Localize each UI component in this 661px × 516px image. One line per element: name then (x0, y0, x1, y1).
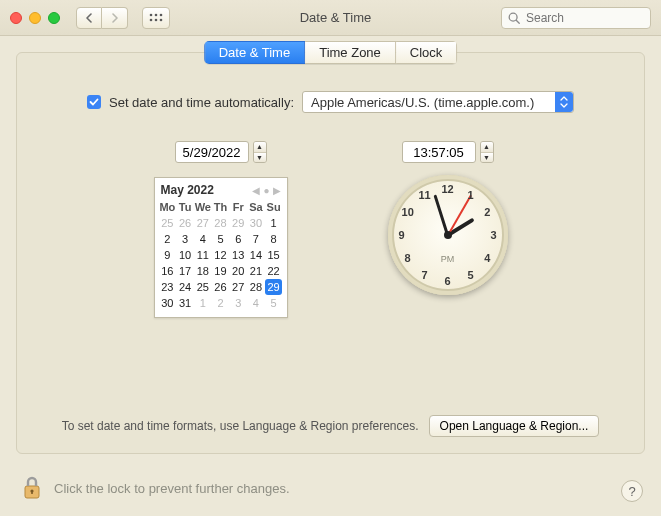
calendar-day[interactable]: 19 (212, 263, 230, 279)
clock-numeral: 2 (484, 206, 490, 218)
calendar-day[interactable]: 27 (229, 279, 247, 295)
calendar-day[interactable]: 30 (159, 295, 177, 311)
calendar-day[interactable]: 28 (212, 215, 230, 231)
time-server-value: Apple Americas/U.S. (time.apple.com.) (311, 95, 534, 110)
calendar: May 2022 ◀ ● ▶ MoTuWeThFrSaSu25262728293… (154, 177, 288, 318)
calendar-prev-month[interactable]: ◀ (252, 185, 260, 196)
calendar-day[interactable]: 28 (247, 279, 265, 295)
help-button[interactable]: ? (621, 480, 643, 502)
calendar-today[interactable]: ● (263, 185, 269, 196)
tab-time-zone[interactable]: Time Zone (305, 41, 396, 64)
calendar-dow: We (194, 199, 212, 215)
minimize-window-button[interactable] (29, 12, 41, 24)
clock-numeral: 6 (444, 275, 450, 287)
calendar-next-month[interactable]: ▶ (273, 185, 281, 196)
back-button[interactable] (76, 7, 102, 29)
calendar-day[interactable]: 20 (229, 263, 247, 279)
calendar-day[interactable]: 4 (194, 231, 212, 247)
clock-numeral: 9 (398, 229, 404, 241)
window-title: Date & Time (178, 10, 493, 25)
show-all-prefs-button[interactable] (142, 7, 170, 29)
clock-pin (444, 231, 452, 239)
calendar-day[interactable]: 26 (176, 215, 194, 231)
calendar-day[interactable]: 23 (159, 279, 177, 295)
calendar-day[interactable]: 5 (265, 295, 283, 311)
calendar-day[interactable]: 9 (159, 247, 177, 263)
time-stepper: ▲ ▼ (402, 141, 494, 163)
calendar-day[interactable]: 22 (265, 263, 283, 279)
calendar-day[interactable]: 6 (229, 231, 247, 247)
svg-line-7 (516, 20, 519, 23)
calendar-day[interactable]: 29 (229, 215, 247, 231)
calendar-day[interactable]: 2 (159, 231, 177, 247)
calendar-day[interactable]: 8 (265, 231, 283, 247)
auto-set-checkbox[interactable] (87, 95, 101, 109)
time-step-down[interactable]: ▼ (481, 153, 493, 163)
clock-numeral: 3 (490, 229, 496, 241)
calendar-day[interactable]: 13 (229, 247, 247, 263)
svg-point-5 (160, 18, 163, 21)
check-icon (89, 97, 99, 107)
calendar-day[interactable]: 29 (265, 279, 283, 295)
tab-clock[interactable]: Clock (396, 41, 458, 64)
calendar-day[interactable]: 12 (212, 247, 230, 263)
svg-point-2 (160, 13, 163, 16)
calendar-day[interactable]: 30 (247, 215, 265, 231)
calendar-day[interactable]: 25 (159, 215, 177, 231)
date-step-up[interactable]: ▲ (254, 142, 266, 153)
svg-point-1 (155, 13, 158, 16)
calendar-dow: Th (212, 199, 230, 215)
calendar-day[interactable]: 14 (247, 247, 265, 263)
tab-date-time[interactable]: Date & Time (204, 41, 306, 64)
time-field[interactable] (402, 141, 476, 163)
svg-point-3 (150, 18, 153, 21)
chevron-updown-icon (555, 92, 573, 112)
forward-button[interactable] (102, 7, 128, 29)
date-field[interactable] (175, 141, 249, 163)
tab-switcher: Date & Time Time Zone Clock (204, 41, 458, 64)
calendar-dow: Mo (159, 199, 177, 215)
calendar-dow: Su (265, 199, 283, 215)
calendar-day[interactable]: 27 (194, 215, 212, 231)
calendar-day[interactable]: 17 (176, 263, 194, 279)
calendar-day[interactable]: 15 (265, 247, 283, 263)
close-window-button[interactable] (10, 12, 22, 24)
zoom-window-button[interactable] (48, 12, 60, 24)
calendar-day[interactable]: 25 (194, 279, 212, 295)
calendar-day[interactable]: 7 (247, 231, 265, 247)
calendar-day[interactable]: 31 (176, 295, 194, 311)
calendar-day[interactable]: 2 (212, 295, 230, 311)
calendar-day[interactable]: 18 (194, 263, 212, 279)
auto-set-label: Set date and time automatically: (109, 95, 294, 110)
calendar-dow: Sa (247, 199, 265, 215)
calendar-day[interactable]: 4 (247, 295, 265, 311)
calendar-day[interactable]: 21 (247, 263, 265, 279)
calendar-day[interactable]: 5 (212, 231, 230, 247)
calendar-dow: Tu (176, 199, 194, 215)
lock-hint: Click the lock to prevent further change… (54, 481, 290, 496)
calendar-day[interactable]: 1 (194, 295, 212, 311)
calendar-day[interactable]: 1 (265, 215, 283, 231)
calendar-day[interactable]: 11 (194, 247, 212, 263)
minute-hand (433, 194, 448, 235)
clock-numeral: 7 (421, 269, 427, 281)
analog-clock[interactable]: PM 123456789101112 (388, 175, 508, 295)
calendar-day[interactable]: 26 (212, 279, 230, 295)
time-step-up[interactable]: ▲ (481, 142, 493, 153)
calendar-day[interactable]: 3 (176, 231, 194, 247)
search-icon (507, 11, 521, 25)
clock-numeral: 11 (418, 189, 430, 201)
clock-numeral: 10 (402, 206, 414, 218)
calendar-day[interactable]: 10 (176, 247, 194, 263)
date-step-down[interactable]: ▼ (254, 153, 266, 163)
open-language-region-button[interactable]: Open Language & Region... (429, 415, 600, 437)
calendar-month-title: May 2022 (161, 183, 214, 197)
time-server-select[interactable]: Apple Americas/U.S. (time.apple.com.) (302, 91, 574, 113)
lock-icon[interactable] (20, 474, 44, 502)
calendar-day[interactable]: 24 (176, 279, 194, 295)
calendar-day[interactable]: 3 (229, 295, 247, 311)
search-input[interactable] (501, 7, 651, 29)
clock-ampm: PM (441, 254, 455, 264)
preferences-panel: Date & Time Time Zone Clock Set date and… (16, 52, 645, 454)
calendar-day[interactable]: 16 (159, 263, 177, 279)
